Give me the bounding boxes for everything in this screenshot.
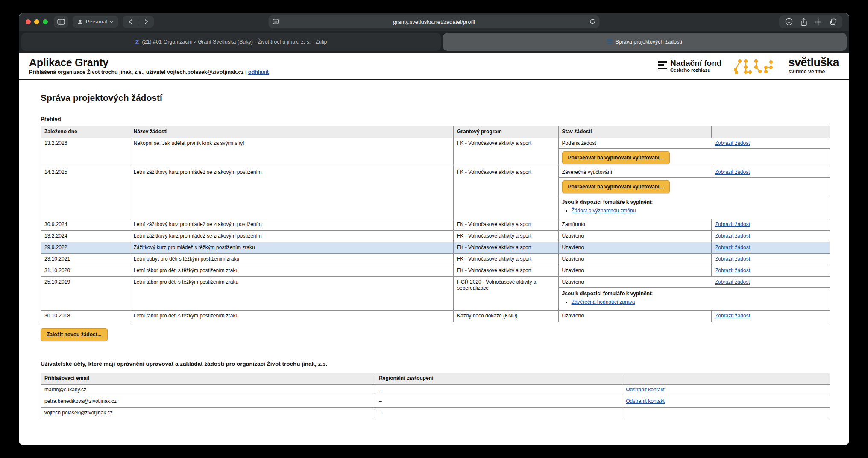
cell-status-area: Závěrečné vyúčtování Zobrazit žádost Pok… bbox=[558, 167, 830, 219]
minimize-window-button[interactable] bbox=[34, 19, 39, 24]
tab-bar: Z (21) #01 Organizacni > Grant Svetluska… bbox=[19, 31, 849, 53]
app-title: Aplikace Granty bbox=[29, 56, 269, 69]
cell-region: – bbox=[375, 408, 622, 419]
new-request-button[interactable]: Založit novou žádost... bbox=[41, 328, 108, 341]
cell-name: Letní tábor pro děti s těžkým postižením… bbox=[130, 277, 453, 311]
reload-button[interactable] bbox=[589, 18, 596, 25]
cell-name: Letní zážitkový kurz pro mládež se zrako… bbox=[130, 219, 453, 231]
status-text: Podaná žádost bbox=[559, 138, 712, 148]
cell-email: vojtech.polasek@zivotjinak.cz bbox=[41, 408, 375, 419]
browser-toolbar: Personal granty bbox=[19, 13, 849, 31]
cell-actions: Odstranit kontakt bbox=[622, 396, 830, 408]
cell-name: Letní tábor pro děti s těžkým postižením… bbox=[130, 265, 453, 277]
address-bar[interactable]: granty.svetluska.net/zadatel/profil bbox=[269, 15, 600, 28]
cell-date: 14.2.2025 bbox=[41, 167, 130, 219]
view-request-link[interactable]: Zobrazit žádost bbox=[715, 221, 750, 227]
view-request-link[interactable]: Zobrazit žádost bbox=[715, 256, 750, 262]
remove-contact-link[interactable]: Odstranit kontakt bbox=[626, 398, 665, 404]
cell-actions bbox=[622, 408, 830, 419]
login-info-text: Přihlášená organizace Život trochu jinak… bbox=[29, 69, 247, 75]
cell-status-area: Uzavřeno Zobrazit žádost Jsou k dispozic… bbox=[558, 277, 830, 311]
table-row: vojtech.polasek@zivotjinak.cz – bbox=[41, 408, 830, 419]
cell-name: Letní pobyt pro děti s těžkým postižením… bbox=[130, 254, 453, 265]
tabs-icon bbox=[829, 18, 836, 26]
czech-radio-bars-icon bbox=[658, 61, 667, 70]
view-request-link[interactable]: Zobrazit žádost bbox=[715, 267, 750, 273]
tab-granty-active[interactable]: Správa projektových žádostí bbox=[443, 33, 847, 51]
cell-name: Zážitkový kurz pro mládež s těžkým posti… bbox=[130, 242, 453, 254]
form-link-significant-change[interactable]: Žádost o významnou změnu bbox=[572, 208, 636, 214]
overview-table: Založeno dne Název žádosti Grantový prog… bbox=[41, 126, 830, 322]
share-button[interactable] bbox=[801, 18, 807, 26]
table-row: martin@sukany.cz – Odstranit kontakt bbox=[41, 385, 830, 396]
cell-program: FK - Volnočasové aktivity a sport bbox=[453, 138, 558, 167]
form-link-final-report[interactable]: Závěrečná hodnotící zpráva bbox=[572, 299, 635, 305]
back-icon bbox=[129, 19, 132, 25]
cell-status: Uzavřeno bbox=[558, 254, 711, 265]
cell-email: petra.benedikova@zivotjinak.cz bbox=[41, 396, 375, 408]
available-forms: Jsou k dispozici fomuláře k vyplnění: Žá… bbox=[559, 196, 830, 219]
column-header-actions bbox=[622, 373, 830, 385]
column-header-name: Název žádosti bbox=[130, 126, 453, 138]
cell-date: 30.10.2018 bbox=[41, 311, 130, 322]
table-row: 30.9.2024 Letní zážitkový kurz pro mláde… bbox=[41, 219, 830, 231]
plus-icon bbox=[815, 19, 821, 25]
chevron-down-icon bbox=[110, 21, 113, 23]
logout-link[interactable]: odhlásit bbox=[248, 69, 269, 75]
view-request-link[interactable]: Zobrazit žádost bbox=[715, 233, 750, 239]
status-text: Uzavřeno bbox=[559, 277, 712, 287]
remove-contact-link[interactable]: Odstranit kontakt bbox=[626, 387, 665, 393]
overview-heading: Přehled bbox=[41, 116, 830, 122]
tab-zulip[interactable]: Z (21) #01 Organizacni > Grant Svetluska… bbox=[21, 33, 441, 51]
forward-button[interactable] bbox=[138, 16, 154, 28]
tab-overview-button[interactable] bbox=[829, 18, 836, 26]
view-request-link[interactable]: Zobrazit žádost bbox=[715, 140, 750, 146]
sidebar-icon bbox=[57, 19, 65, 25]
sidebar-toggle-button[interactable] bbox=[54, 16, 68, 28]
continue-settlement-button[interactable]: Pokračovat na vyplňování vyúčtování... bbox=[562, 151, 670, 164]
table-row: 23.10.2021 Letní pobyt pro děti s těžkým… bbox=[41, 254, 830, 265]
table-row: 31.10.2020 Letní tábor pro děti s těžkým… bbox=[41, 265, 830, 277]
cell-program: FK - Volnočasové aktivity a sport bbox=[453, 265, 558, 277]
cell-status-area: Podaná žádost Zobrazit žádost Pokračovat… bbox=[558, 138, 830, 167]
table-row: 14.2.2025 Letní zážitkový kurz pro mláde… bbox=[41, 167, 830, 219]
accounts-table: Přihlašovací email Regionální zastoupení… bbox=[41, 373, 830, 419]
view-request-link[interactable]: Zobrazit žádost bbox=[715, 279, 750, 285]
cell-date: 13.2.2024 bbox=[41, 231, 130, 242]
cell-name: Nakopni se: Jak udělat prvník krok za sv… bbox=[130, 138, 453, 167]
profile-button[interactable]: Personal bbox=[73, 16, 118, 28]
profile-label: Personal bbox=[86, 19, 107, 25]
table-header-row: Přihlašovací email Regionální zastoupení bbox=[41, 373, 830, 385]
view-request-link[interactable]: Zobrazit žádost bbox=[715, 169, 750, 175]
continue-settlement-button[interactable]: Pokračovat na vyplňování vyúčtování... bbox=[562, 180, 670, 193]
new-tab-button[interactable] bbox=[815, 19, 821, 25]
column-header-region: Regionální zastoupení bbox=[375, 373, 622, 385]
column-header-program: Grantový program bbox=[453, 126, 558, 138]
close-window-button[interactable] bbox=[26, 19, 31, 24]
cell-program: Každý něco dokáže (KND) bbox=[453, 311, 558, 322]
column-header-email: Přihlašovací email bbox=[41, 373, 375, 385]
accounts-heading: Uživatelské účty, které mají oprávnění u… bbox=[41, 361, 830, 367]
back-button[interactable] bbox=[123, 16, 138, 28]
cell-date: 29.9.2022 bbox=[41, 242, 130, 254]
cell-actions: Odstranit kontakt bbox=[622, 385, 830, 396]
view-request-link[interactable]: Zobrazit žádost bbox=[715, 313, 750, 319]
cell-region: – bbox=[375, 396, 622, 408]
window-controls bbox=[26, 19, 48, 24]
nadacni-fond-logo: Nadační fond Českého rozhlasu bbox=[658, 59, 721, 73]
column-header-actions bbox=[711, 126, 830, 138]
cell-actions: Zobrazit žádost bbox=[711, 242, 830, 254]
cell-actions: Zobrazit žádost bbox=[711, 254, 830, 265]
view-request-link[interactable]: Zobrazit žádost bbox=[715, 244, 750, 250]
page-title: Správa projektových žádostí bbox=[41, 93, 830, 103]
status-text: Závěrečné vyúčtování bbox=[559, 167, 712, 177]
nf-logo-subtitle: Českého rozhlasu bbox=[670, 68, 721, 73]
download-icon bbox=[785, 18, 793, 26]
svetluska-subtitle: svítíme ve tmě bbox=[788, 69, 839, 75]
table-row: 13.2.2026 Nakopni se: Jak udělat prvník … bbox=[41, 138, 830, 167]
zoom-window-button[interactable] bbox=[43, 19, 48, 24]
main-content: Správa projektových žádostí Přehled Zalo… bbox=[19, 80, 849, 428]
downloads-button[interactable] bbox=[785, 18, 793, 26]
table-row: petra.benedikova@zivotjinak.cz – Odstran… bbox=[41, 396, 830, 408]
list-bars-icon bbox=[607, 39, 612, 44]
